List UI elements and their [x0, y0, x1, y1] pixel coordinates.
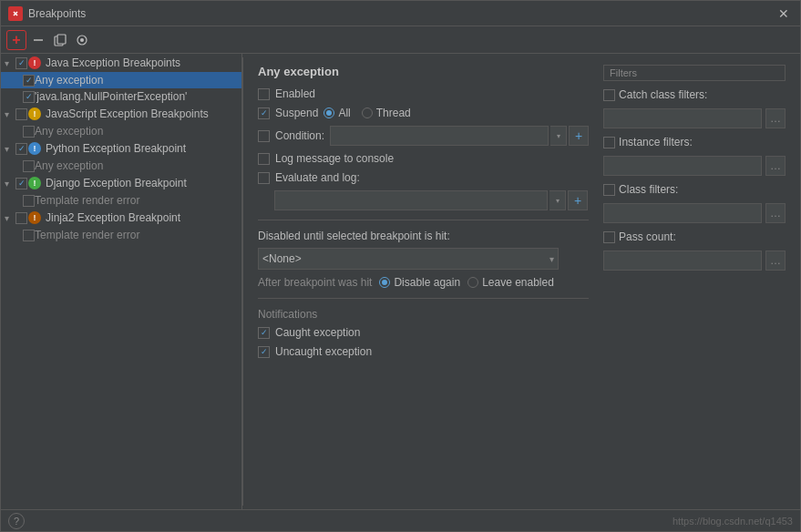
after-hit-row: After breakpoint was hit Disable again L…	[258, 276, 589, 289]
eval-log-add-btn[interactable]: +	[568, 190, 588, 210]
right-panel: Any exception Enabled Suspend Al	[243, 54, 800, 509]
pass-count-checkbox[interactable]	[603, 231, 615, 243]
checkbox-dj-item[interactable]	[23, 195, 35, 207]
class-filter-row: Class filters:	[603, 183, 786, 196]
checkbox-j2-item[interactable]	[23, 230, 35, 241]
tree-item-j2-item[interactable]: Template render error	[1, 227, 241, 243]
catch-class-label: Catch class filters:	[619, 88, 707, 101]
tree-item-dj-group[interactable]: ▾ ! Django Exception Breakpoint	[1, 174, 241, 192]
class-filter-input-row: …	[603, 203, 786, 223]
status-left: ?	[8, 513, 25, 529]
status-url: https://blog.csdn.net/q1453	[673, 516, 793, 527]
checkbox-j2-group[interactable]	[15, 212, 27, 224]
disable-again-radio[interactable]: Disable again	[379, 276, 460, 289]
tree-item-java-any[interactable]: Any exception	[1, 72, 241, 88]
thread-radio-btn[interactable]	[362, 107, 373, 118]
all-radio[interactable]: All	[323, 107, 350, 119]
tree-item-dj-item[interactable]: Template render error	[1, 192, 241, 209]
checkbox-js-any[interactable]	[23, 126, 35, 138]
condition-row: Condition: ▾ +	[258, 126, 589, 146]
dj-item-label: Template render error	[35, 194, 139, 207]
help-button[interactable]: ?	[8, 513, 25, 529]
suspend-row: Suspend All Thread	[258, 107, 589, 119]
section-title: Any exception	[258, 65, 589, 78]
class-filter-browse-btn[interactable]: …	[765, 203, 786, 223]
eval-log-input-group: ▾ +	[274, 190, 588, 210]
condition-add-btn[interactable]: +	[569, 126, 589, 146]
leave-enabled-radio[interactable]: Leave enabled	[467, 276, 554, 289]
log-message-label: Log message to console	[275, 152, 394, 165]
instance-filter-row: Instance filters:	[603, 136, 786, 148]
instance-filter-input[interactable]	[603, 156, 762, 176]
add-breakpoint-button[interactable]: +	[6, 30, 26, 50]
checkbox-py-group[interactable]	[15, 143, 27, 155]
thread-radio[interactable]: Thread	[362, 107, 411, 119]
after-hit-label: After breakpoint was hit	[258, 276, 372, 289]
tree-item-java-group[interactable]: ▾ ! Java Exception Breakpoints	[1, 54, 241, 72]
class-filter-checkbox[interactable]	[603, 184, 615, 196]
copy-button[interactable]	[50, 30, 70, 50]
disabled-until-dropdown[interactable]: <None> ▾	[258, 248, 559, 270]
eval-log-dropdown-btn[interactable]: ▾	[549, 190, 566, 210]
java-group-label: Java Exception Breakpoints	[46, 56, 180, 69]
suspend-checkbox[interactable]	[258, 107, 270, 119]
checkbox-js-group[interactable]	[15, 108, 27, 120]
eval-log-input[interactable]	[274, 190, 548, 210]
caught-exception-label: Caught exception	[275, 326, 360, 339]
js-icon: !	[27, 107, 42, 121]
uncaught-exception-checkbox[interactable]	[258, 346, 270, 358]
tree-item-j2-group[interactable]: ▾ ! Jinja2 Exception Breakpoint	[1, 209, 241, 227]
j2-icon: !	[27, 210, 42, 225]
log-message-checkbox[interactable]	[258, 153, 270, 165]
close-button[interactable]: ✕	[775, 6, 793, 21]
checkbox-java-any[interactable]	[23, 75, 35, 87]
breakpoints-window: Breakpoints ✕ + ▾	[0, 0, 801, 532]
expand-dj[interactable]: ▾	[5, 179, 15, 189]
condition-dropdown-btn[interactable]: ▾	[550, 126, 567, 146]
window-icon	[8, 6, 23, 21]
condition-input[interactable]	[330, 126, 549, 146]
checkbox-java-group[interactable]	[15, 57, 27, 69]
pass-count-browse-btn[interactable]: …	[765, 251, 786, 271]
instance-filter-input-row: …	[603, 156, 786, 176]
right-container: Any exception Enabled Suspend Al	[258, 65, 786, 364]
filters-box: Filters Catch class filters: … Instance …	[603, 65, 786, 364]
tree-item-py-group[interactable]: ▾ ! Python Exception Breakpoint	[1, 139, 241, 158]
condition-checkbox[interactable]	[258, 130, 270, 142]
class-filter-input[interactable]	[603, 203, 762, 223]
caught-exception-checkbox[interactable]	[258, 327, 270, 339]
checkbox-py-any[interactable]	[23, 160, 35, 172]
tree-item-js-any[interactable]: Any exception	[1, 123, 241, 139]
notifications-label: Notifications	[258, 308, 589, 321]
suspend-label: Suspend	[275, 107, 318, 119]
catch-class-input[interactable]	[603, 108, 762, 128]
tree-item-js-group[interactable]: ▾ ! JavaScript Exception Breakpoints	[1, 105, 241, 123]
pass-count-input[interactable]	[603, 251, 762, 271]
tree-item-py-any[interactable]: Any exception	[1, 158, 241, 174]
title-bar: Breakpoints ✕	[1, 1, 800, 26]
instance-filter-checkbox[interactable]	[603, 137, 615, 148]
suspend-radio-group: All Thread	[323, 107, 410, 119]
restore-button[interactable]	[72, 30, 92, 50]
disabled-until-row: <None> ▾	[258, 248, 589, 270]
enabled-checkbox[interactable]	[258, 88, 270, 100]
remove-breakpoint-button[interactable]	[28, 30, 48, 50]
expand-js[interactable]: ▾	[5, 109, 15, 119]
caught-exception-row: Caught exception	[258, 326, 589, 339]
checkbox-java-npe[interactable]	[23, 91, 35, 103]
expand-j2[interactable]: ▾	[5, 213, 15, 223]
main-form: Any exception Enabled Suspend Al	[258, 65, 589, 364]
uncaught-exception-row: Uncaught exception	[258, 345, 589, 358]
all-radio-btn[interactable]	[323, 107, 334, 118]
java-any-label: Any exception	[35, 74, 103, 87]
eval-log-checkbox[interactable]	[258, 172, 270, 184]
catch-class-checkbox[interactable]	[603, 89, 615, 101]
disable-again-radio-btn[interactable]	[379, 277, 390, 288]
tree-item-java-npe[interactable]: 'java.lang.NullPointerException'	[1, 88, 241, 105]
leave-enabled-radio-btn[interactable]	[467, 277, 478, 288]
checkbox-dj-group[interactable]	[15, 178, 27, 189]
expand-py[interactable]: ▾	[5, 144, 15, 154]
catch-class-browse-btn[interactable]: …	[765, 108, 786, 128]
expand-java[interactable]: ▾	[5, 58, 15, 68]
instance-filter-browse-btn[interactable]: …	[765, 156, 786, 176]
